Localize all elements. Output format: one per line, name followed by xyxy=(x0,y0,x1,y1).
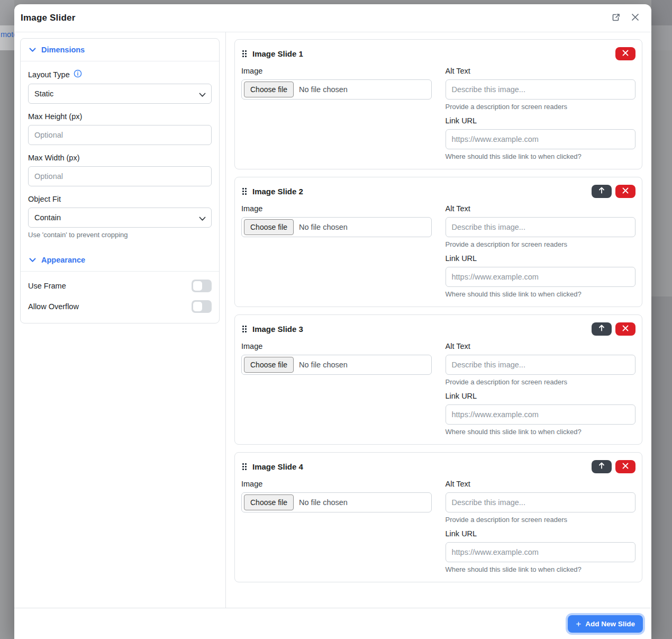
delete-slide-button[interactable] xyxy=(615,322,635,336)
image-file-input[interactable]: Choose file No file chosen xyxy=(241,492,432,512)
object-fit-label: Object Fit xyxy=(28,195,61,203)
alt-text-help: Provide a description for screen readers xyxy=(446,103,636,111)
add-new-slide-label: Add New Slide xyxy=(585,620,635,628)
image-label: Image xyxy=(241,204,432,213)
chevron-down-icon xyxy=(29,45,36,55)
image-label: Image xyxy=(241,480,432,488)
backdrop-body xyxy=(651,50,672,296)
use-frame-toggle[interactable] xyxy=(192,280,212,292)
slide-card-2: Image Slide 2 xyxy=(234,177,642,307)
plus-icon: + xyxy=(576,619,581,628)
link-url-label: Link URL xyxy=(446,392,636,400)
expand-icon xyxy=(611,13,621,24)
delete-slide-button[interactable] xyxy=(615,47,635,60)
max-width-input[interactable] xyxy=(28,166,212,186)
arrow-up-icon xyxy=(598,187,605,195)
backdrop-partial-link: moto xyxy=(1,30,14,39)
section-title: Appearance xyxy=(41,256,85,264)
slide-card-4: Image Slide 4 xyxy=(234,452,642,582)
backdrop-header-strip xyxy=(0,0,14,25)
link-url-input[interactable] xyxy=(446,404,636,425)
choose-file-button[interactable]: Choose file xyxy=(244,357,294,373)
drag-handle-icon[interactable] xyxy=(241,49,248,58)
allow-overflow-toggle[interactable] xyxy=(192,300,212,313)
drag-handle-icon[interactable] xyxy=(241,187,248,196)
drag-handle-icon[interactable] xyxy=(241,325,248,334)
delete-slide-button[interactable] xyxy=(615,460,635,473)
file-status-text: No file chosen xyxy=(299,85,348,94)
slide-title: Image Slide 1 xyxy=(252,49,303,58)
image-label: Image xyxy=(241,342,432,350)
section-header-appearance[interactable]: Appearance xyxy=(21,249,219,272)
slide-card-1: Image Slide 1 Image Choose xyxy=(234,39,642,169)
move-slide-up-button[interactable] xyxy=(592,185,612,198)
section-header-dimensions[interactable]: Dimensions xyxy=(21,39,219,61)
add-new-slide-button[interactable]: + Add New Slide xyxy=(568,615,643,633)
max-height-input[interactable] xyxy=(28,125,212,145)
slide-card-3: Image Slide 3 xyxy=(234,314,642,445)
alt-text-label: Alt Text xyxy=(446,480,636,488)
modal-footer: + Add New Slide xyxy=(14,608,651,639)
delete-x-icon xyxy=(622,50,629,58)
close-icon xyxy=(631,13,640,23)
allow-overflow-label: Allow Overflow xyxy=(28,302,79,311)
alt-text-help: Provide a description for screen readers xyxy=(446,516,636,524)
alt-text-help: Provide a description for screen readers xyxy=(446,240,636,248)
backdrop-body-lower xyxy=(651,296,672,639)
delete-x-icon xyxy=(622,463,629,471)
page-backdrop-right xyxy=(651,0,672,639)
modal-header: Image Slider xyxy=(14,4,651,32)
section-title: Dimensions xyxy=(41,46,85,54)
image-file-input[interactable]: Choose file No file chosen xyxy=(241,217,432,237)
alt-text-label: Alt Text xyxy=(446,67,636,75)
slides-pane: Image Slide 1 Image Choose xyxy=(226,32,651,608)
alt-text-input[interactable] xyxy=(446,217,636,237)
alt-text-input[interactable] xyxy=(446,79,636,100)
object-fit-select[interactable]: Contain xyxy=(28,208,212,228)
alt-text-input[interactable] xyxy=(446,492,636,512)
link-url-input[interactable] xyxy=(446,267,636,287)
modal-body: Dimensions Layout Type xyxy=(14,32,651,608)
image-file-input[interactable]: Choose file No file chosen xyxy=(241,79,432,100)
close-modal-button[interactable] xyxy=(629,12,641,24)
arrow-up-icon xyxy=(598,462,605,471)
link-url-input[interactable] xyxy=(446,129,636,149)
backdrop-nav-strip xyxy=(651,25,672,50)
alt-text-input[interactable] xyxy=(446,355,636,375)
max-height-label: Max Height (px) xyxy=(28,112,82,121)
settings-pane: Dimensions Layout Type xyxy=(14,32,226,608)
alt-text-label: Alt Text xyxy=(446,204,636,213)
move-slide-up-button[interactable] xyxy=(592,322,612,336)
file-status-text: No file chosen xyxy=(299,498,348,507)
link-url-label: Link URL xyxy=(446,254,636,263)
link-url-help: Where should this slide link to when cli… xyxy=(446,428,636,436)
delete-x-icon xyxy=(622,325,629,333)
dimensions-fields: Layout Type Static xyxy=(21,61,219,249)
link-url-label: Link URL xyxy=(446,116,636,125)
link-url-help: Where should this slide link to when cli… xyxy=(446,290,636,298)
chevron-down-icon xyxy=(29,255,36,265)
drag-handle-icon[interactable] xyxy=(241,462,248,471)
layout-type-label: Layout Type xyxy=(28,70,70,79)
choose-file-button[interactable]: Choose file xyxy=(244,219,294,235)
info-icon[interactable] xyxy=(74,69,82,79)
backdrop-header-strip xyxy=(651,0,672,25)
layout-type-select[interactable]: Static xyxy=(28,84,212,104)
link-url-input[interactable] xyxy=(446,542,636,562)
image-file-input[interactable]: Choose file No file chosen xyxy=(241,355,432,375)
file-status-text: No file chosen xyxy=(299,361,348,369)
use-frame-label: Use Frame xyxy=(28,282,66,290)
move-slide-up-button[interactable] xyxy=(592,460,612,473)
expand-modal-button[interactable] xyxy=(610,12,622,24)
page-backdrop-left: moto xyxy=(0,0,14,639)
choose-file-button[interactable]: Choose file xyxy=(244,494,294,510)
image-slider-modal: Image Slider xyxy=(14,4,651,639)
delete-x-icon xyxy=(622,187,629,195)
settings-card: Dimensions Layout Type xyxy=(20,38,220,323)
object-fit-help: Use 'contain' to prevent cropping xyxy=(28,231,212,239)
delete-slide-button[interactable] xyxy=(615,185,635,198)
modal-title: Image Slider xyxy=(21,13,76,23)
backdrop-body xyxy=(0,50,14,639)
slide-title: Image Slide 3 xyxy=(252,325,303,334)
choose-file-button[interactable]: Choose file xyxy=(244,82,294,97)
